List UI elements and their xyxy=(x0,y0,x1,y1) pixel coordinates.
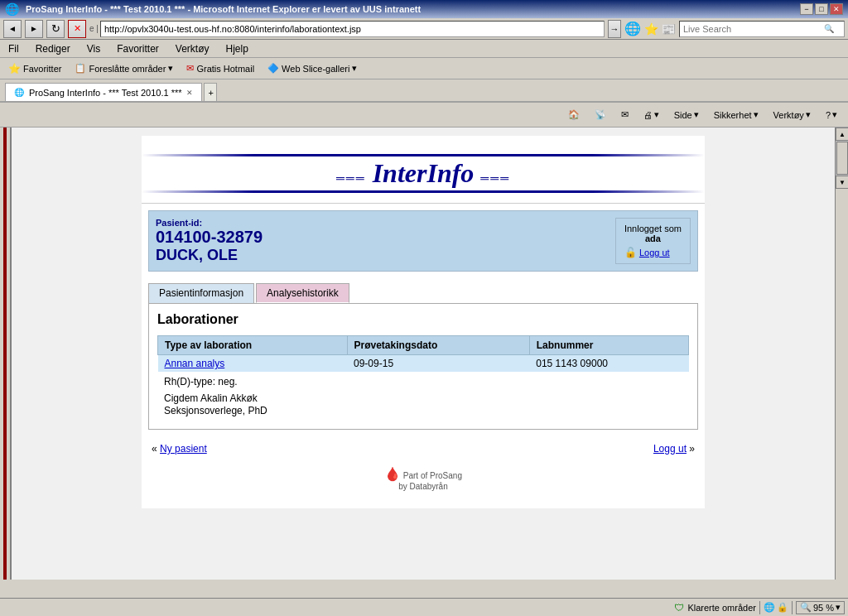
logout-suffix: » xyxy=(689,443,695,455)
back-button[interactable]: ◄ xyxy=(3,20,22,38)
col-header-type: Type av laboration xyxy=(158,336,348,355)
favorites-label: Favoritter xyxy=(23,64,61,74)
help-button[interactable]: ? ▾ xyxy=(820,107,843,123)
navigate-button[interactable]: → xyxy=(608,20,621,38)
new-patient-prefix: « xyxy=(152,443,157,455)
favorites-button[interactable]: ⭐ Favoritter xyxy=(5,62,65,75)
suggest-icon: 📋 xyxy=(75,63,86,74)
patient-info-box: Pasient-id: 014100-32879 DUCK, OLE Innlo… xyxy=(148,210,698,272)
lock-icon: 🔒 xyxy=(777,602,788,613)
menu-rediger[interactable]: Rediger xyxy=(32,42,74,55)
fav-item-webslice[interactable]: 🔷 Web Slice-galleri ▾ xyxy=(264,62,360,75)
feeds-button[interactable]: 📡 xyxy=(589,107,612,123)
zoom-control[interactable]: 🔍 95 % ▾ xyxy=(796,601,845,614)
title-bar: 🌐 ProSang InterInfo - *** Test 2010.1 **… xyxy=(0,0,848,18)
zone-label: Klarerte områder xyxy=(687,603,756,613)
menu-vis[interactable]: Vis xyxy=(84,42,104,55)
patient-id-value: 014100-32879 xyxy=(156,228,263,247)
browser-icon: 🌐 xyxy=(5,2,19,16)
status-right: 🛡 Klarerte områder 🌐 🔒 🔍 95 % ▾ xyxy=(674,601,845,614)
lab-type-link[interactable]: Annan analys xyxy=(165,358,225,369)
home-button[interactable]: 🏠 xyxy=(562,107,585,123)
menu-hjelp[interactable]: Hjelp xyxy=(223,42,252,55)
table-cell-type: Annan analys xyxy=(158,355,348,373)
new-patient-link[interactable]: Ny pasient xyxy=(160,443,207,455)
favorites-bar: ⭐ Favoritter 📋 Foreslåtte områder ▾ ✉ Gr… xyxy=(0,58,848,79)
tools-arrow-icon: ▾ xyxy=(806,109,811,120)
security-arrow-icon: ▾ xyxy=(754,109,759,120)
feeds-icon: 📡 xyxy=(595,109,606,120)
table-cell-labnr: 015 1143 09000 xyxy=(529,355,688,373)
browser-content: ═══ InterInfo ═══ Pasient-id: 014100-328… xyxy=(0,128,848,580)
fav-item-suggest[interactable]: 📋 Foreslåtte områder ▾ xyxy=(71,62,176,75)
security-button[interactable]: Sikkerhet ▾ xyxy=(708,107,764,123)
right-scrollbar: ▲ ▼ xyxy=(835,128,848,580)
scroll-up-button[interactable]: ▲ xyxy=(836,128,848,141)
page-label: Side xyxy=(674,110,692,120)
star-icon: ⭐ xyxy=(8,63,21,75)
shield-icon: 🛡 xyxy=(674,602,684,614)
tab-analysehistorikk[interactable]: Analysehistorikk xyxy=(256,283,349,303)
sidebar-stripe xyxy=(3,128,7,580)
close-button[interactable]: ✕ xyxy=(830,3,843,15)
tab-bar: 🌐 ProSang InterInfo - *** Test 2010.1 **… xyxy=(0,79,848,103)
detail-line-1: Rh(D)-type: neg. xyxy=(164,376,682,387)
new-tab-icon: + xyxy=(208,88,213,98)
search-box: 🔍 xyxy=(679,21,845,37)
search-button[interactable]: 🔍 xyxy=(821,22,837,36)
page-button[interactable]: Side ▾ xyxy=(668,107,705,123)
webslice-arrow-icon: ▾ xyxy=(352,63,357,74)
logout-link-box[interactable]: Logg ut xyxy=(639,248,670,257)
prosang-footer: 🩸 Part of ProSang by Databyrån xyxy=(142,461,705,496)
browser-tab-label: ProSang InterInfo - *** Test 2010.1 *** xyxy=(29,88,181,98)
suggest-arrow-icon: ▾ xyxy=(168,63,173,74)
tools-button[interactable]: Verktøy ▾ xyxy=(768,107,817,123)
menu-verktoy[interactable]: Verktøy xyxy=(172,42,213,55)
zoom-icon: 🔍 xyxy=(800,602,812,613)
tools-label: Verktøy xyxy=(773,110,804,120)
status-zone: 🛡 Klarerte områder xyxy=(674,602,756,614)
favorites-icon-toolbar: ⭐ xyxy=(644,22,658,36)
maximize-button[interactable]: □ xyxy=(815,3,828,15)
fav-hotmail-label: Gratis Hotmail xyxy=(196,64,254,74)
fav-webslice-label: Web Slice-galleri xyxy=(282,64,349,74)
print-arrow-icon: ▾ xyxy=(654,109,659,120)
content-tabs: Pasientinformasjon Analysehistorikk xyxy=(142,278,705,303)
toolbar-row: 🏠 📡 ✉ 🖨 ▾ Side ▾ Sikkerhet ▾ Verktøy ▾ ?… xyxy=(0,103,848,128)
address-input[interactable] xyxy=(100,21,605,37)
address-bar: ◄ ► ↻ ✕ e | → 🌐 ⭐ 📰 🔍 xyxy=(0,18,848,40)
menu-fil[interactable]: Fil xyxy=(5,42,22,55)
refresh-button[interactable]: ↻ xyxy=(46,20,65,38)
logout-link-footer[interactable]: Logg ut xyxy=(653,443,687,455)
footer-new-patient: « Ny pasient xyxy=(152,443,207,455)
menu-favoritter[interactable]: Favoritter xyxy=(113,42,162,55)
window-controls: − □ ✕ xyxy=(800,3,843,15)
forward-button[interactable]: ► xyxy=(25,20,43,38)
scroll-thumb[interactable] xyxy=(836,142,848,175)
print-button[interactable]: 🖨 ▾ xyxy=(638,107,665,123)
browser-tab-main[interactable]: 🌐 ProSang InterInfo - *** Test 2010.1 **… xyxy=(5,83,202,101)
fav-item-hotmail[interactable]: ✉ Gratis Hotmail xyxy=(183,62,258,75)
browser-tab-new[interactable]: + xyxy=(204,83,217,101)
window-title: ProSang InterInfo - *** Test 2010.1 *** … xyxy=(26,4,421,14)
ie-icon: 🌐 xyxy=(624,21,641,36)
print-icon: 🖨 xyxy=(643,110,653,120)
mail-button[interactable]: ✉ xyxy=(615,107,634,123)
zoom-arrow-icon: ▾ xyxy=(836,602,841,613)
tab-pasientinformasjon[interactable]: Pasientinformasjon xyxy=(148,283,254,303)
stop-button[interactable]: ✕ xyxy=(68,20,86,38)
left-sidebar xyxy=(0,128,12,580)
page-arrow-icon: ▾ xyxy=(694,109,699,120)
patient-details: Pasient-id: 014100-32879 DUCK, OLE xyxy=(156,218,263,264)
footer-links: « Ny pasient Logg ut » xyxy=(142,436,705,461)
lab-content: Laborationer Type av laboration Prøvetak… xyxy=(148,303,698,430)
status-separator-2 xyxy=(792,601,793,614)
live-search-input[interactable] xyxy=(680,23,821,35)
patient-id-label: Pasient-id: xyxy=(156,218,263,228)
scroll-down-button[interactable]: ▼ xyxy=(836,176,848,189)
scroll-track[interactable] xyxy=(836,141,848,176)
tab-close-button[interactable]: ✕ xyxy=(186,89,193,97)
minimize-button[interactable]: − xyxy=(800,3,813,15)
footer-logout: Logg ut » xyxy=(653,443,695,455)
table-header-row: Type av laboration Prøvetakingsdato Labn… xyxy=(158,336,689,355)
